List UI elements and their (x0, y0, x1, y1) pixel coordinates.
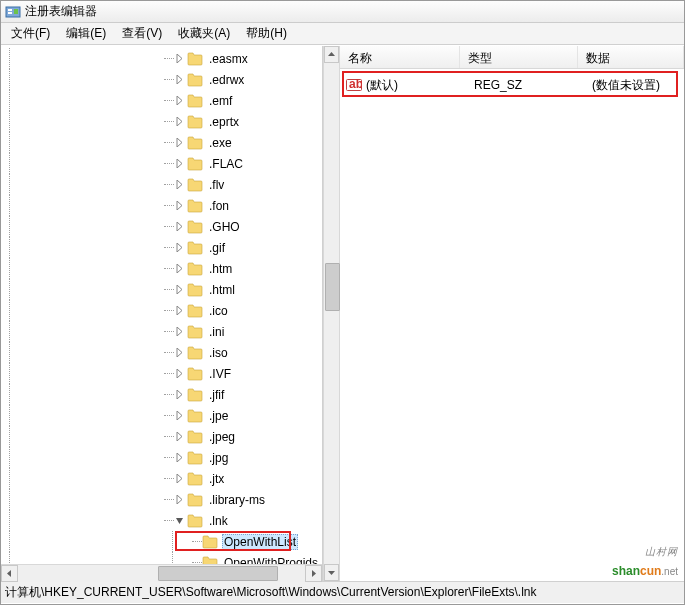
regedit-icon (5, 4, 21, 20)
tree-item-label: .html (207, 282, 237, 298)
scroll-left-button[interactable] (1, 565, 18, 582)
tree-item-label: .htm (207, 261, 234, 277)
tree-item[interactable]: .jpeg (1, 426, 320, 447)
menu-edit[interactable]: 编辑(E) (58, 23, 114, 44)
list-header: 名称 类型 数据 (340, 46, 684, 69)
string-value-icon: ab (346, 77, 362, 93)
tree-item[interactable]: .fon (1, 195, 320, 216)
tree-item[interactable]: .ini (1, 321, 320, 342)
tree-hscrollbar[interactable] (1, 564, 322, 581)
menubar: 文件(F) 编辑(E) 查看(V) 收藏夹(A) 帮助(H) (1, 23, 684, 45)
expand-icon[interactable] (174, 242, 185, 253)
expand-icon[interactable] (174, 494, 185, 505)
tree-item-label: .gif (207, 240, 227, 256)
scroll-down-button[interactable] (324, 564, 339, 581)
tree-item-label: .lnk (207, 513, 230, 529)
vscroll-thumb[interactable] (325, 263, 340, 311)
tree-item-label: .FLAC (207, 156, 245, 172)
tree-item[interactable]: .lnk (1, 510, 320, 531)
menu-file[interactable]: 文件(F) (3, 23, 58, 44)
tree-item-label: .emf (207, 93, 234, 109)
tree-vscrollbar[interactable] (323, 46, 340, 581)
tree-item[interactable]: .jpg (1, 447, 320, 468)
col-name[interactable]: 名称 (340, 46, 460, 68)
tree-item[interactable]: .IVF (1, 363, 320, 384)
expand-icon[interactable] (174, 431, 185, 442)
expand-icon[interactable] (174, 263, 185, 274)
value-type: REG_SZ (474, 78, 592, 92)
value-name: (默认) (366, 77, 474, 94)
expand-icon[interactable] (174, 137, 185, 148)
tree-child-item[interactable]: OpenWithList (1, 531, 320, 552)
expand-icon[interactable] (174, 368, 185, 379)
expand-icon[interactable] (174, 473, 185, 484)
tree-item[interactable]: .exe (1, 132, 320, 153)
expand-icon[interactable] (174, 179, 185, 190)
menu-view[interactable]: 查看(V) (114, 23, 170, 44)
tree-item[interactable]: .gif (1, 237, 320, 258)
tree-child-label: OpenWithList (222, 534, 298, 550)
tree-item[interactable]: .html (1, 279, 320, 300)
vscroll-track[interactable] (324, 63, 339, 564)
svg-rect-3 (14, 9, 18, 14)
tree-item[interactable]: .htm (1, 258, 320, 279)
content-area: .easmx.edrwx.emf.eprtx.exe.FLAC.flv.fon.… (1, 45, 684, 581)
scroll-up-button[interactable] (324, 46, 339, 63)
tree-item-label: .jtx (207, 471, 226, 487)
tree-item-label: .IVF (207, 366, 233, 382)
tree-child-item[interactable]: OpenWithProgids (1, 552, 320, 564)
tree-scroll[interactable]: .easmx.edrwx.emf.eprtx.exe.FLAC.flv.fon.… (1, 46, 322, 564)
expand-icon[interactable] (174, 326, 185, 337)
status-path: 计算机\HKEY_CURRENT_USER\Software\Microsoft… (5, 584, 536, 601)
statusbar: 计算机\HKEY_CURRENT_USER\Software\Microsoft… (1, 581, 684, 603)
tree-item[interactable]: .library-ms (1, 489, 320, 510)
tree-item-label: .edrwx (207, 72, 246, 88)
scroll-track[interactable] (18, 565, 305, 582)
col-type[interactable]: 类型 (460, 46, 578, 68)
expand-icon[interactable] (174, 452, 185, 463)
list-body[interactable]: ab (默认) REG_SZ (数值未设置) (340, 69, 684, 581)
tree-item-label: .easmx (207, 51, 250, 67)
menu-favorites[interactable]: 收藏夹(A) (170, 23, 238, 44)
tree-item[interactable]: .jtx (1, 468, 320, 489)
expand-icon[interactable] (174, 389, 185, 400)
tree-item[interactable]: .jfif (1, 384, 320, 405)
tree-item[interactable]: .edrwx (1, 69, 320, 90)
list-row[interactable]: ab (默认) REG_SZ (数值未设置) (346, 75, 678, 95)
tree-item[interactable]: .ico (1, 300, 320, 321)
tree-item-label: .eprtx (207, 114, 241, 130)
value-data: (数值未设置) (592, 77, 678, 94)
expand-icon[interactable] (174, 200, 185, 211)
expand-icon[interactable] (174, 116, 185, 127)
tree-item[interactable]: .jpe (1, 405, 320, 426)
expand-icon[interactable] (174, 305, 185, 316)
tree-item[interactable]: .easmx (1, 48, 320, 69)
tree-item[interactable]: .FLAC (1, 153, 320, 174)
svg-rect-1 (8, 9, 12, 11)
tree-item[interactable]: .iso (1, 342, 320, 363)
tree-item[interactable]: .emf (1, 90, 320, 111)
window-titlebar: 注册表编辑器 (1, 1, 684, 23)
scroll-thumb[interactable] (158, 566, 278, 581)
tree-item-label: .iso (207, 345, 230, 361)
expand-icon[interactable] (174, 95, 185, 106)
expand-icon[interactable] (174, 221, 185, 232)
tree-item-label: .jpe (207, 408, 230, 424)
col-data[interactable]: 数据 (578, 46, 684, 68)
menu-help[interactable]: 帮助(H) (238, 23, 295, 44)
svg-text:ab: ab (349, 77, 362, 91)
tree-item[interactable]: .flv (1, 174, 320, 195)
expand-icon[interactable] (174, 74, 185, 85)
tree-item[interactable]: .GHO (1, 216, 320, 237)
expand-icon[interactable] (174, 53, 185, 64)
tree-item[interactable]: .eprtx (1, 111, 320, 132)
expand-icon[interactable] (174, 284, 185, 295)
svg-rect-2 (8, 12, 12, 14)
expand-icon[interactable] (174, 410, 185, 421)
collapse-icon[interactable] (174, 515, 185, 526)
tree-item-label: .jpg (207, 450, 230, 466)
expand-icon[interactable] (174, 347, 185, 358)
expand-icon[interactable] (174, 158, 185, 169)
scroll-right-button[interactable] (305, 565, 322, 582)
values-pane: 名称 类型 数据 ab (默认) REG_SZ (数值未设置) (340, 46, 684, 581)
